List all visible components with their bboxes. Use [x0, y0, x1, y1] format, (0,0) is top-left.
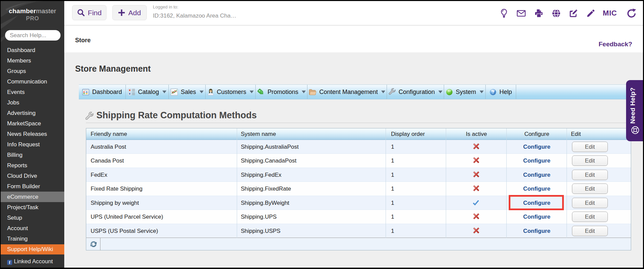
svg-text:?: ?: [492, 90, 495, 95]
